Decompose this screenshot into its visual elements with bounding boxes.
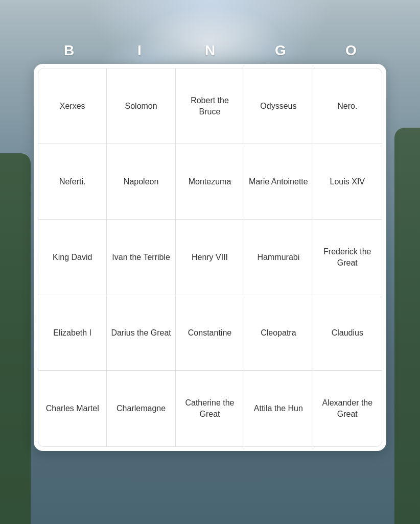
bingo-cell[interactable]: Neferti. <box>38 144 107 220</box>
bingo-cell[interactable]: Alexander the Great <box>313 371 382 446</box>
bingo-cell[interactable]: Ivan the Terrible <box>107 220 175 295</box>
bingo-cell[interactable]: Charles Martel <box>38 371 107 446</box>
bingo-letter-b: B <box>34 42 104 59</box>
bingo-cell[interactable]: Montezuma <box>176 144 244 220</box>
bingo-cell[interactable]: Elizabeth I <box>38 295 107 371</box>
page-container: BINGO XerxesSolomonRobert the BruceOdyss… <box>0 0 420 524</box>
bingo-cell[interactable]: Odysseus <box>244 68 313 144</box>
bingo-letter-n: N <box>175 42 245 59</box>
bingo-cell[interactable]: Frederick the Great <box>313 220 382 295</box>
bingo-card: XerxesSolomonRobert the BruceOdysseusNer… <box>34 64 386 451</box>
bingo-cell[interactable]: Solomon <box>107 68 175 144</box>
bingo-cell[interactable]: Napoleon <box>107 144 175 220</box>
bingo-cell[interactable]: Catherine the Great <box>176 371 244 446</box>
bingo-cell[interactable]: Charlemagne <box>107 371 175 446</box>
bingo-cell[interactable]: Henry VIII <box>176 220 244 295</box>
bingo-cell[interactable]: Nero. <box>313 68 382 144</box>
bingo-header: BINGO <box>34 42 386 59</box>
bingo-cell[interactable]: Constantine <box>176 295 244 371</box>
bingo-cell[interactable]: King David <box>38 220 107 295</box>
bingo-cell[interactable]: Robert the Bruce <box>176 68 244 144</box>
bingo-cell[interactable]: Hammurabi <box>244 220 313 295</box>
bingo-cell[interactable]: Cleopatra <box>244 295 313 371</box>
bingo-grid: XerxesSolomonRobert the BruceOdysseusNer… <box>38 68 382 447</box>
bingo-letter-o: O <box>316 42 386 59</box>
bingo-letter-i: I <box>104 42 175 59</box>
bingo-cell[interactable]: Xerxes <box>38 68 107 144</box>
bingo-letter-g: G <box>245 42 316 59</box>
bingo-cell[interactable]: Darius the Great <box>107 295 175 371</box>
bingo-cell[interactable]: Claudius <box>313 295 382 371</box>
bingo-cell[interactable]: Attila the Hun <box>244 371 313 446</box>
bingo-cell[interactable]: Louis XIV <box>313 144 382 220</box>
bingo-cell[interactable]: Marie Antoinette <box>244 144 313 220</box>
